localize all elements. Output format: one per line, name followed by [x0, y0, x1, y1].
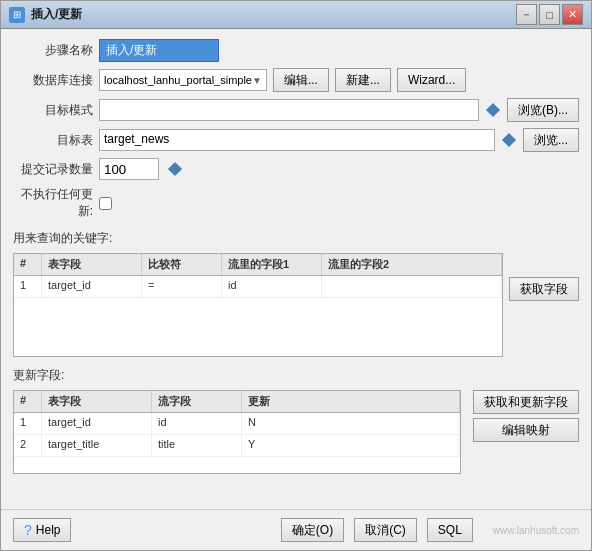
commit-input[interactable] — [99, 158, 159, 180]
up-row1-field: target_id — [42, 413, 152, 434]
help-label: Help — [36, 523, 61, 537]
query-section: # 表字段 比较符 流里的字段1 流里的字段2 1 target_id = id — [13, 253, 579, 357]
db-conn-combo[interactable]: localhost_lanhu_portal_simple ▼ — [99, 69, 267, 91]
target-schema-input[interactable] — [99, 99, 479, 121]
combo-arrow-icon[interactable]: ▼ — [252, 75, 262, 86]
title-bar: ⊞ 插入/更新 － □ ✕ — [1, 1, 591, 29]
window-controls: － □ ✕ — [516, 4, 583, 25]
commit-row: 提交记录数量 — [13, 158, 579, 180]
target-table-row: 目标表 target_news 浏览... — [13, 128, 579, 152]
keyword-table: # 表字段 比较符 流里的字段1 流里的字段2 1 target_id = id — [13, 253, 503, 357]
keyword-row-1: 1 target_id = id — [14, 276, 502, 298]
up-row1-num: 1 — [14, 413, 42, 434]
close-button[interactable]: ✕ — [562, 4, 583, 25]
update-section-label: 更新字段: — [13, 367, 579, 384]
keyword-col-flow1: 流里的字段1 — [222, 254, 322, 275]
kw-row1-num: 1 — [14, 276, 42, 297]
window-icon: ⊞ — [9, 7, 25, 23]
commit-diamond-button[interactable] — [165, 159, 185, 179]
no-update-label: 不执行任何更新: — [13, 186, 93, 220]
window-title: 插入/更新 — [31, 6, 516, 23]
keyword-table-header: # 表字段 比较符 流里的字段1 流里的字段2 — [14, 254, 502, 276]
update-col-field: 表字段 — [42, 391, 152, 412]
update-col-update: 更新 — [242, 391, 460, 412]
keyword-col-op: 比较符 — [142, 254, 222, 275]
kw-row1-op: = — [142, 276, 222, 297]
no-update-checkbox[interactable] — [99, 197, 112, 210]
browse-button[interactable]: 浏览... — [523, 128, 579, 152]
up-row2-num: 2 — [14, 435, 42, 456]
cancel-button[interactable]: 取消(C) — [354, 518, 417, 542]
update-row-1: 1 target_id id N — [14, 413, 460, 435]
up-row1-update: N — [242, 413, 460, 434]
minimize-button[interactable]: － — [516, 4, 537, 25]
update-table: # 表字段 流字段 更新 1 target_id id N 2 target_t… — [13, 390, 461, 474]
update-row-2: 2 target_title title Y — [14, 435, 460, 457]
target-schema-browse-row: 浏览(B)... — [99, 98, 579, 122]
edit-button[interactable]: 编辑... — [273, 68, 329, 92]
keyword-col-num: # — [14, 254, 42, 275]
step-name-input[interactable]: 插入/更新 — [99, 39, 219, 62]
target-schema-label: 目标模式 — [13, 102, 93, 119]
up-row1-flow: id — [152, 413, 242, 434]
new-button[interactable]: 新建... — [335, 68, 391, 92]
update-col-num: # — [14, 391, 42, 412]
update-table-header: # 表字段 流字段 更新 — [14, 391, 460, 413]
restore-button[interactable]: □ — [539, 4, 560, 25]
edit-mapping-button[interactable]: 编辑映射 — [473, 418, 579, 442]
target-table-browse-row: target_news 浏览... — [99, 128, 579, 152]
up-row2-update: Y — [242, 435, 460, 456]
wizard-button[interactable]: Wizard... — [397, 68, 466, 92]
dialog-content: 步骤名称 插入/更新 数据库连接 localhost_lanhu_portal_… — [1, 29, 591, 509]
step-name-row: 步骤名称 插入/更新 — [13, 39, 579, 62]
update-table-body: 1 target_id id N 2 target_title title Y — [14, 413, 460, 473]
bottom-bar: ? Help 确定(O) 取消(C) SQL www.lanhusoft.com — [1, 509, 591, 550]
update-section: # 表字段 流字段 更新 1 target_id id N 2 target_t… — [13, 390, 579, 474]
get-field-button[interactable]: 获取字段 — [509, 277, 579, 301]
sql-button[interactable]: SQL — [427, 518, 473, 542]
db-conn-label: 数据库连接 — [13, 72, 93, 89]
step-name-label: 步骤名称 — [13, 42, 93, 59]
keyword-table-body: 1 target_id = id — [14, 276, 502, 356]
browse-b-button[interactable]: 浏览(B)... — [507, 98, 579, 122]
no-update-row: 不执行任何更新: — [13, 186, 579, 220]
target-table-input[interactable]: target_news — [99, 129, 495, 151]
ok-button[interactable]: 确定(O) — [281, 518, 344, 542]
kw-row1-field: target_id — [42, 276, 142, 297]
target-schema-row: 目标模式 浏览(B)... — [13, 98, 579, 122]
kw-row1-flow2 — [322, 276, 502, 297]
commit-label: 提交记录数量 — [13, 161, 93, 178]
up-row2-field: target_title — [42, 435, 152, 456]
up-row2-flow: title — [152, 435, 242, 456]
query-section-label: 用来查询的关键字: — [13, 230, 579, 247]
db-conn-value: localhost_lanhu_portal_simple — [104, 74, 252, 86]
keyword-col-field: 表字段 — [42, 254, 142, 275]
schema-diamond-button[interactable] — [483, 100, 503, 120]
db-conn-row: 数据库连接 localhost_lanhu_portal_simple ▼ 编辑… — [13, 68, 579, 92]
main-window: ⊞ 插入/更新 － □ ✕ 步骤名称 插入/更新 数据库连接 localhost… — [0, 0, 592, 551]
update-btn-col: 获取和更新字段 编辑映射 — [473, 390, 579, 442]
help-icon: ? — [24, 522, 32, 538]
kw-row1-flow1: id — [222, 276, 322, 297]
keyword-col-flow2: 流里的字段2 — [322, 254, 502, 275]
get-update-button[interactable]: 获取和更新字段 — [473, 390, 579, 414]
update-col-flow: 流字段 — [152, 391, 242, 412]
help-button[interactable]: ? Help — [13, 518, 71, 542]
watermark: www.lanhusoft.com — [493, 525, 579, 536]
target-table-label: 目标表 — [13, 132, 93, 149]
table-diamond-button[interactable] — [499, 130, 519, 150]
